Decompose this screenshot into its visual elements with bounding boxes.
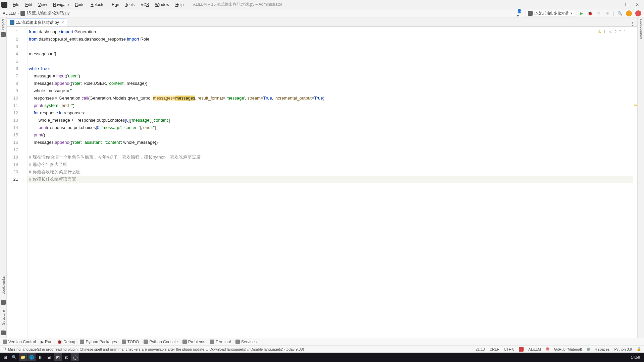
titlebar-info: ALiLLM – 15.流式输出多轮对话.py – Administrator: [193, 2, 613, 7]
line-separator[interactable]: CRLF: [489, 347, 499, 351]
run-icon: ▶: [41, 340, 44, 344]
problems-icon: [182, 340, 187, 344]
lock-icon[interactable]: 🔒: [637, 347, 641, 351]
menu-view[interactable]: View: [36, 2, 50, 8]
minimize-button[interactable]: ─: [613, 2, 619, 7]
version-control-tool[interactable]: Version Control: [3, 340, 36, 344]
status-project[interactable]: ALiLLM: [528, 347, 541, 351]
search-taskbar-icon[interactable]: 🔍: [10, 353, 18, 361]
packages-icon: [80, 340, 84, 344]
console-icon: [144, 340, 148, 344]
close-button[interactable]: ✕: [635, 2, 640, 7]
rerun-button[interactable]: ↻: [596, 11, 601, 16]
menu-window[interactable]: Window: [152, 2, 172, 8]
breadcrumb-bar: ALiLLM › 15.流式输出多轮对话.py 👤▾ 15.流式输出多轮对话 ▼…: [0, 9, 644, 17]
status-dot-icon[interactable]: [587, 348, 590, 351]
window-controls: ─ ☐ ✕: [613, 2, 640, 7]
python-interpreter[interactable]: Python 3.9: [614, 347, 632, 351]
menu-vcs[interactable]: VCS: [138, 2, 152, 8]
menu-tools[interactable]: Tools: [122, 2, 137, 8]
menu-code[interactable]: Code: [72, 2, 87, 8]
right-tool-strip: Notifications: [637, 17, 644, 338]
menu-run[interactable]: Run: [109, 2, 122, 8]
python-console-tool[interactable]: Python Console: [144, 340, 178, 344]
error-stripe[interactable]: [633, 27, 637, 338]
menu-file[interactable]: FFileile: [10, 2, 22, 8]
editor-container: 15.流式输出多轮对话.py × ⋮ ⚠ 1 ⚠ 2 ˄ ˅ 123 456 7…: [7, 17, 637, 338]
services-icon: [235, 340, 240, 344]
tab-options-icon[interactable]: ⋮: [630, 21, 635, 26]
vcs-icon: [3, 340, 7, 344]
structure-tool-button[interactable]: Structure: [1, 310, 5, 325]
file-encoding[interactable]: UTF-8: [504, 347, 514, 351]
editor[interactable]: ⚠ 1 ⚠ 2 ˄ ˅ 123 456 789 101112 131415 16…: [7, 27, 637, 338]
breadcrumb-project[interactable]: ALiLLM: [3, 11, 16, 16]
python-icon: [528, 11, 533, 16]
run-button[interactable]: ▶: [579, 11, 584, 16]
todo-icon: [122, 340, 126, 344]
app2-taskbar-icon[interactable]: ▣: [45, 353, 53, 361]
terminal-tool[interactable]: Terminal: [210, 340, 231, 344]
debug-icon: 🐞: [57, 340, 62, 344]
menu-help[interactable]: Help: [173, 2, 186, 8]
add-config-icon[interactable]: 👤▾: [517, 11, 522, 16]
notifications-tool-button[interactable]: Notifications: [639, 19, 643, 39]
taskbar-clock[interactable]: 14:58: [631, 355, 640, 359]
menubar: FFileile Edit View Navigate Code Refacto…: [10, 2, 186, 8]
explorer-taskbar-icon[interactable]: 📁: [19, 353, 27, 361]
editor-tab[interactable]: 15.流式输出多轮对话.py ×: [7, 18, 67, 26]
code-area[interactable]: from dashscope import Generation from da…: [28, 27, 633, 338]
status-message-icon: ☐: [3, 347, 6, 351]
status-theme[interactable]: GitHub (Material): [554, 347, 582, 351]
app-icon: [1, 2, 7, 8]
stop-button[interactable]: ■: [605, 11, 610, 16]
terminal-icon: [210, 340, 214, 344]
maximize-button[interactable]: ☐: [624, 2, 629, 7]
cursor-position[interactable]: 21:13: [476, 347, 485, 351]
structure-icon[interactable]: [1, 330, 6, 335]
menu-edit[interactable]: Edit: [22, 2, 35, 8]
app4-taskbar-icon[interactable]: ◯: [71, 353, 79, 361]
github-icon: ⓜ: [546, 347, 549, 352]
problems-tool[interactable]: Problems: [182, 340, 205, 344]
breadcrumb-separator: ›: [18, 11, 19, 16]
windows-taskbar: ⊞ 🔍 📁 🌐 ◧ ▣ ◩ ◐ ◯ 14:58: [0, 353, 644, 362]
python-file-icon: [10, 20, 14, 25]
app-taskbar-icon[interactable]: ◧: [36, 353, 44, 361]
menu-navigate[interactable]: Navigate: [50, 2, 71, 8]
bookmarks-tool-button[interactable]: Bookmarks: [1, 276, 5, 295]
project-tool-button[interactable]: Project: [1, 19, 5, 30]
bookmarks-icon[interactable]: [1, 300, 6, 305]
python-packages-tool[interactable]: Python Packages: [80, 340, 117, 344]
browser-taskbar-icon[interactable]: 🌐: [28, 353, 36, 361]
ide-settings-icon[interactable]: [626, 10, 632, 16]
breadcrumb-file[interactable]: 15.流式输出多轮对话.py: [26, 10, 70, 16]
search-icon[interactable]: 🔍: [617, 11, 623, 16]
tab-bar: 15.流式输出多轮对话.py × ⋮: [7, 17, 637, 27]
status-indicator-icon[interactable]: [519, 347, 524, 352]
chevron-down-icon: ▼: [570, 12, 573, 15]
python-file-icon: [20, 11, 25, 16]
tab-label: 15.流式输出多轮对话.py: [16, 20, 59, 25]
menu-refactor[interactable]: Refactor: [88, 2, 108, 8]
fold-gutter[interactable]: [23, 27, 28, 338]
todo-tool[interactable]: TODO: [122, 340, 139, 344]
ide-taskbar-icon[interactable]: ◩: [54, 353, 62, 361]
status-message[interactable]: Missing language(s) in proofreading plug…: [8, 347, 304, 351]
run-tool[interactable]: ▶Run: [41, 340, 52, 344]
start-button[interactable]: ⊞: [1, 353, 9, 361]
app3-taskbar-icon[interactable]: ◐: [62, 353, 70, 361]
debug-button[interactable]: 🐞: [587, 11, 593, 16]
account-avatar[interactable]: [635, 10, 641, 16]
left-tool-strip: Project Bookmarks Structure: [0, 17, 7, 338]
titlebar: FFileile Edit View Navigate Code Refacto…: [0, 0, 644, 9]
run-config-label: 15.流式输出多轮对话: [534, 11, 569, 16]
warning-marker[interactable]: [634, 105, 637, 106]
gutter-line-numbers: 123 456 789 101112 131415 161718 192021: [7, 27, 23, 338]
indent-info[interactable]: 4 spaces: [595, 347, 609, 351]
project-icon[interactable]: [1, 32, 6, 37]
services-tool[interactable]: Services: [235, 340, 257, 344]
debug-tool[interactable]: 🐞Debug: [57, 340, 75, 344]
run-config-selector[interactable]: 15.流式输出多轮对话 ▼: [526, 10, 575, 16]
tab-close-icon[interactable]: ×: [62, 20, 64, 25]
